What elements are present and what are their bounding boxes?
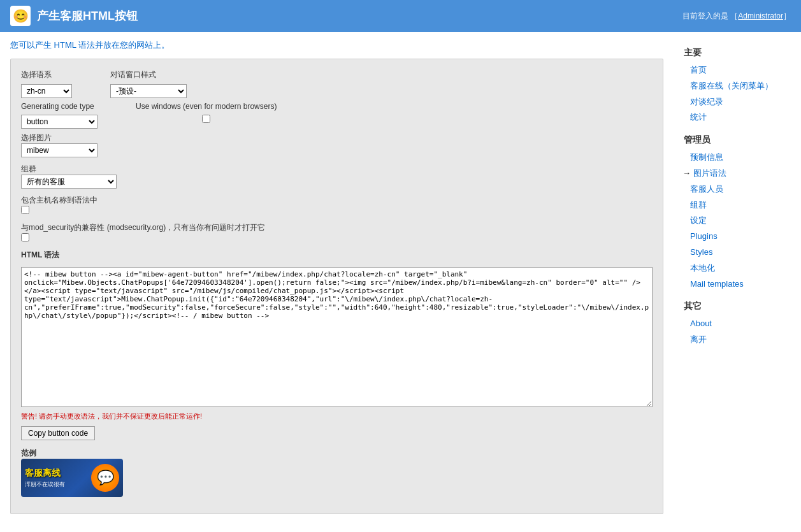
main-content: 您可以产生 HTML 语法并放在您的网站上。 选择语系 zh-cn 对话窗口样式…	[0, 32, 674, 532]
html-code-label: HTML 语法	[21, 250, 59, 259]
image-select[interactable]: mibew	[21, 143, 97, 157]
lang-select[interactable]: zh-cn	[21, 84, 72, 98]
sidebar-other-title: 其它	[684, 301, 791, 312]
example-banner: 客服离线 浑朋不在诶很有 💬	[21, 459, 123, 497]
banner-text-area: 客服离线 浑朋不在诶很有	[25, 468, 65, 489]
sidebar-item-plugins[interactable]: Plugins	[684, 229, 791, 245]
sidebar-item-logout[interactable]: 离开	[684, 332, 791, 348]
login-bracket-close: ］	[783, 11, 791, 20]
header-title: 产生客服HTML按钮	[37, 8, 138, 24]
sidebar-item-mail-templates[interactable]: Mail templates	[684, 277, 791, 292]
sidebar-item-agents[interactable]: 客服人员	[684, 182, 791, 198]
banner-chat-icon: 💬	[91, 464, 119, 492]
include-hostname-checkbox[interactable]	[21, 206, 29, 214]
group-select[interactable]: 所有的客服	[21, 175, 117, 189]
sidebar-item-presets[interactable]: 预制信息	[684, 150, 791, 166]
header: 😊 产生客服HTML按钮 目前登入的是 ［Administrator］	[0, 0, 801, 32]
banner-main-text: 客服离线	[25, 468, 65, 479]
header-left: 😊 产生客服HTML按钮	[10, 6, 138, 26]
group-label: 组群	[21, 164, 36, 173]
warning-text: 警告! 请勿手动更改语法，我们并不保证更改后能正常运作!	[21, 412, 653, 421]
code-type-select[interactable]: button	[21, 115, 97, 129]
login-user-link[interactable]: Administrator	[738, 11, 783, 20]
group-row: 组群 所有的客服	[21, 164, 653, 189]
windows-label: Use windows (even for modern browsers)	[136, 102, 277, 111]
sidebar-item-settings[interactable]: 设定	[684, 213, 791, 229]
code-type-col: Generating code type button	[21, 102, 97, 129]
content-area: 选择语系 zh-cn 对话窗口样式 -预设- Generating code t…	[10, 59, 663, 514]
copy-button[interactable]: Copy button code	[21, 426, 95, 440]
windows-col: Use windows (even for modern browsers)	[136, 102, 277, 129]
header-user-info: 目前登入的是 ［Administrator］	[682, 11, 791, 22]
login-prefix: 目前登入的是	[682, 11, 728, 20]
include-hostname-label: 包含主机名称到语法中	[21, 196, 97, 205]
layout: 您可以产生 HTML 语法并放在您的网站上。 选择语系 zh-cn 对话窗口样式…	[0, 32, 801, 532]
subtitle-link[interactable]: 您可以产生 HTML 语法并放在您的网站上。	[10, 40, 170, 50]
page-subtitle: 您可以产生 HTML 语法并放在您的网站上。	[10, 40, 663, 51]
dialog-label: 对话窗口样式	[110, 69, 187, 80]
login-bracket-open: ［	[730, 11, 738, 20]
sidebar-item-chat-history[interactable]: 对谈纪录	[684, 94, 791, 110]
image-label: 选择图片	[21, 133, 52, 142]
sidebar-item-home[interactable]: 首页	[684, 62, 791, 78]
dialog-col: 对话窗口样式 -预设-	[110, 69, 187, 98]
example-label: 范例	[21, 449, 36, 457]
sidebar: 主要 首页 客服在线（关闭菜单） 对谈纪录 统计 管理员 预制信息 图片语法 客…	[674, 32, 801, 532]
sidebar-item-styles[interactable]: Styles	[684, 245, 791, 261]
code-type-label: Generating code type	[21, 102, 97, 111]
header-logo: 😊	[10, 6, 31, 26]
lang-col: 选择语系 zh-cn	[21, 69, 72, 98]
logo-icon: 😊	[13, 8, 29, 24]
sidebar-item-image-syntax[interactable]: 图片语法	[684, 166, 791, 182]
banner-sub-text: 浑朋不在诶很有	[25, 480, 65, 489]
html-code-textarea[interactable]: <!-- mibew button --><a id="mibew-agent-…	[21, 267, 653, 407]
lang-label: 选择语系	[21, 69, 72, 80]
sidebar-item-stats[interactable]: 统计	[684, 110, 791, 126]
dialog-select[interactable]: -预设-	[110, 84, 187, 98]
mod-security-label: 与mod_security的兼容性 (modsecurity.org)，只有当你…	[21, 223, 265, 232]
html-label-row: HTML 语法	[21, 250, 653, 261]
sidebar-main-title: 主要	[684, 47, 791, 59]
mod-security-row: 与mod_security的兼容性 (modsecurity.org)，只有当你…	[21, 222, 653, 243]
top-row: 选择语系 zh-cn 对话窗口样式 -预设-	[21, 69, 653, 98]
code-type-row: Generating code type button Use windows …	[21, 102, 653, 129]
sidebar-item-about[interactable]: About	[684, 316, 791, 332]
image-row: 选择图片 mibew	[21, 133, 653, 157]
sidebar-item-localization[interactable]: 本地化	[684, 261, 791, 277]
sidebar-admin-title: 管理员	[684, 134, 791, 146]
sidebar-item-online[interactable]: 客服在线（关闭菜单）	[684, 78, 791, 94]
include-hostname-row: 包含主机名称到语法中	[21, 195, 653, 216]
example-row: 范例 客服离线 浑朋不在诶很有 💬	[21, 448, 653, 497]
mod-security-checkbox[interactable]	[21, 233, 29, 241]
windows-checkbox[interactable]	[136, 115, 277, 123]
sidebar-item-groups[interactable]: 组群	[684, 198, 791, 213]
